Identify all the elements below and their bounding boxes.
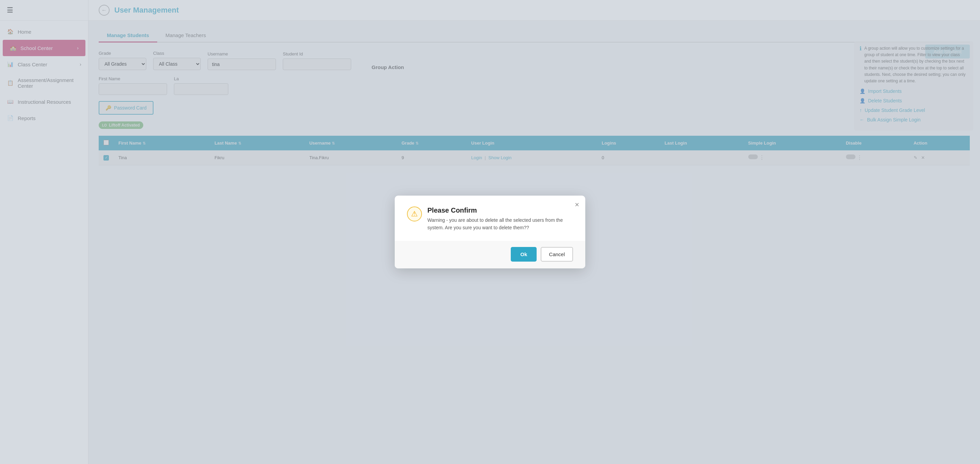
dialog-footer: Ok Cancel [395, 241, 585, 269]
dialog-close-button[interactable]: × [575, 201, 579, 208]
dialog-cancel-button[interactable]: Cancel [541, 247, 573, 262]
dialog-message: Warning - you are about to delete all th… [427, 216, 573, 232]
confirm-dialog-overlay: × ⚠ Please Confirm Warning - you are abo… [0, 0, 980, 464]
dialog-warning-icon: ⚠ [407, 207, 422, 221]
dialog-title: Please Confirm [427, 207, 573, 214]
dialog-ok-button[interactable]: Ok [511, 247, 537, 262]
dialog-header: ⚠ Please Confirm Warning - you are about… [407, 207, 573, 232]
confirm-dialog: × ⚠ Please Confirm Warning - you are abo… [395, 195, 585, 269]
